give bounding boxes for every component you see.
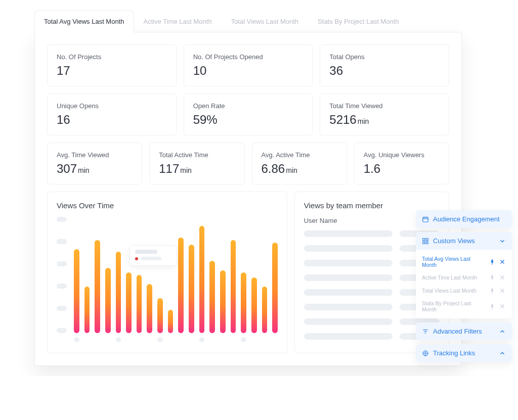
chart-tooltip	[130, 245, 177, 266]
pin-icon[interactable]	[489, 258, 496, 265]
charts-row: Views Over Time Views	[47, 192, 449, 353]
tab-stats-project[interactable]: Stats By Project Last Month	[308, 10, 408, 32]
target-icon	[422, 350, 429, 357]
sp-label: Tracking Links	[433, 349, 475, 357]
bar[interactable]	[209, 261, 215, 333]
card-label: Total Opens	[329, 53, 440, 61]
chevron-down-icon	[499, 238, 506, 245]
view-item-active-time[interactable]: Active Time Last Month	[416, 271, 512, 284]
sp-custom-views-header[interactable]: Custom Views	[416, 232, 512, 250]
card-value: 59%	[193, 113, 304, 127]
sp-label: Audience Engagement	[433, 215, 500, 223]
view-label: Active Time Last Month	[422, 274, 477, 281]
sp-label: Advanced Filters	[433, 328, 482, 335]
chevron-up-icon	[499, 328, 506, 335]
bar[interactable]	[231, 240, 236, 333]
view-item-stats-project[interactable]: Stats By Project Last Month	[416, 297, 512, 315]
card-no-projects: No. Of Projects 17	[47, 44, 177, 86]
card-label: Total Active Time	[159, 151, 235, 159]
card-avg-unique-viewers: Avg. Unique Viewers 1.6	[354, 143, 449, 184]
svg-rect-4	[423, 238, 425, 240]
bar[interactable]	[262, 287, 268, 333]
sp-tracking-links[interactable]: Tracking Links	[416, 344, 512, 362]
pin-icon[interactable]	[489, 274, 496, 281]
card-value: 307min	[57, 162, 133, 176]
chart-title: Views Over Time	[57, 201, 278, 210]
sp-custom-views: Custom Views Total Avg Views Last Month …	[416, 232, 512, 318]
filter-icon	[422, 328, 429, 335]
card-label: Total Time Viewed	[329, 102, 440, 110]
svg-point-23	[423, 351, 427, 355]
bar[interactable]	[126, 272, 132, 333]
views-over-time-chart: Views Over Time	[47, 192, 287, 353]
card-open-rate: Open Rate 59%	[184, 94, 313, 135]
bar[interactable]	[157, 298, 163, 333]
stats-row-2: Unique Opens 16 Open Rate 59% Total Time…	[47, 94, 449, 135]
card-label: No. Of Projects	[57, 53, 167, 61]
bar[interactable]	[168, 310, 174, 333]
dashboard-panel: No. Of Projects 17 No. Of Projects Opene…	[34, 32, 462, 366]
view-item-total-views[interactable]: Total Views Last Month	[416, 284, 512, 297]
bar[interactable]	[220, 270, 226, 333]
card-total-opens: Total Opens 36	[320, 44, 449, 86]
sp-label: Custom Views	[433, 237, 475, 245]
bar[interactable]	[251, 277, 257, 333]
svg-rect-5	[426, 238, 428, 240]
close-icon[interactable]	[499, 303, 506, 310]
view-label: Stats By Project Last Month	[422, 300, 486, 312]
svg-point-24	[424, 352, 426, 354]
card-value: 117min	[159, 162, 235, 176]
close-icon[interactable]	[499, 287, 506, 294]
sp-advanced-filters[interactable]: Advanced Filters	[416, 322, 512, 340]
stats-row-3: Avg. Time Viewed 307min Total Active Tim…	[47, 143, 449, 184]
bar-series	[74, 217, 278, 333]
bar[interactable]	[84, 287, 90, 333]
close-icon[interactable]	[499, 258, 506, 265]
tab-avg-views[interactable]: Total Avg Views Last Month	[34, 10, 134, 32]
bar[interactable]	[199, 226, 205, 333]
tab-total-views[interactable]: Total Views Last Month	[222, 10, 308, 32]
card-value: 36	[329, 64, 440, 78]
chart-title: Views by team member	[304, 201, 440, 210]
card-avg-active-time: Avg. Active Time 6.86min	[252, 143, 347, 184]
card-value: 17	[57, 64, 167, 78]
bar[interactable]	[241, 272, 246, 333]
tab-bar: Total Avg Views Last Month Active Time L…	[11, 10, 507, 32]
grid-icon	[422, 238, 429, 245]
bar[interactable]	[95, 240, 100, 333]
stats-row-1: No. Of Projects 17 No. Of Projects Opene…	[47, 44, 449, 86]
card-label: Avg. Time Viewed	[57, 151, 133, 159]
card-avg-time-viewed: Avg. Time Viewed 307min	[47, 143, 142, 184]
card-value: 6.86min	[262, 162, 337, 176]
close-icon[interactable]	[499, 274, 506, 281]
pin-icon[interactable]	[489, 287, 496, 294]
tab-active-time[interactable]: Active Time Last Month	[134, 10, 222, 32]
pin-icon[interactable]	[489, 303, 496, 310]
bar[interactable]	[178, 238, 184, 333]
svg-rect-7	[426, 242, 428, 244]
bar[interactable]	[137, 275, 142, 333]
side-panel: Audience Engagement Custom Views Total A…	[416, 210, 512, 362]
card-label: Avg. Unique Viewers	[364, 151, 440, 159]
card-value: 16	[57, 113, 167, 127]
view-item-avg-views[interactable]: Total Avg Views Last Month	[416, 253, 512, 271]
card-label: Open Rate	[193, 102, 304, 110]
bar[interactable]	[116, 252, 121, 333]
card-no-projects-opened: No. Of Projects Opened 10	[184, 44, 313, 86]
bar[interactable]	[74, 249, 79, 333]
chevron-up-icon	[499, 350, 506, 357]
card-value: 1.6	[364, 162, 440, 176]
card-label: No. Of Projects Opened	[193, 53, 304, 61]
col-username: User Name	[304, 217, 337, 224]
bar[interactable]	[189, 245, 194, 333]
card-total-active-time: Total Active Time 117min	[149, 143, 244, 184]
svg-rect-0	[423, 217, 428, 221]
card-value: 10	[193, 64, 304, 78]
card-unique-opens: Unique Opens 16	[47, 94, 177, 135]
sp-audience-engagement[interactable]: Audience Engagement	[416, 210, 512, 228]
svg-rect-6	[423, 242, 425, 244]
bar[interactable]	[147, 284, 152, 333]
view-label: Total Avg Views Last Month	[422, 256, 486, 268]
bar[interactable]	[272, 243, 278, 333]
bar[interactable]	[105, 268, 111, 333]
